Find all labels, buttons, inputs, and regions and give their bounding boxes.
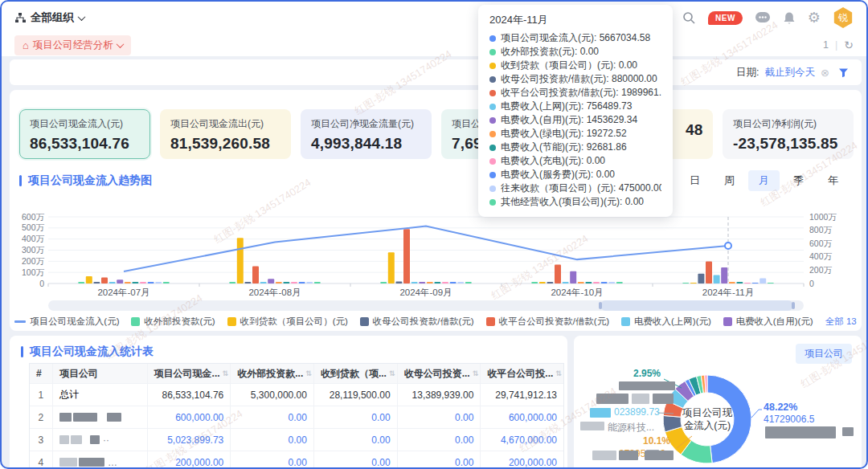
message-icon[interactable] — [755, 11, 771, 24]
legend-item[interactable]: 收母公司投资款/借款(元) — [360, 316, 474, 328]
bar[interactable] — [706, 261, 712, 283]
bar[interactable] — [252, 267, 259, 283]
tab-business-analysis[interactable]: ⌂ 项目公司经营分析 — [14, 35, 131, 55]
bar[interactable] — [125, 282, 131, 283]
datazoom-slider[interactable] — [48, 300, 804, 311]
period-季[interactable]: 季 — [783, 170, 814, 191]
legend-item[interactable]: 收到贷款（项目公司）(元) — [227, 316, 348, 328]
bar[interactable] — [419, 282, 425, 283]
datazoom-handle-left[interactable] — [599, 302, 602, 309]
column-header[interactable]: 收母公司投资...⇅ — [397, 364, 481, 383]
legend-item[interactable]: 电费收入(自用)(元) — [723, 316, 813, 328]
datazoom-window[interactable] — [600, 300, 793, 311]
bar[interactable] — [760, 278, 766, 283]
table-row[interactable]: 4…200,000.000.000.000.00200,000.00 — [30, 451, 563, 469]
bar[interactable] — [283, 282, 289, 283]
bar[interactable] — [570, 271, 576, 283]
bar[interactable] — [601, 282, 608, 283]
period-日[interactable]: 日 — [679, 170, 710, 191]
bar[interactable] — [768, 283, 774, 283]
refresh-icon[interactable]: ↻ — [844, 39, 854, 51]
metric-value[interactable]: 0.00 — [313, 451, 397, 469]
table-row[interactable]: 2600,000.000.000.000.00600,000.00 — [30, 406, 563, 428]
legend-show-all-link[interactable]: 全部 13 — [825, 316, 857, 328]
kpi-card-1[interactable]: 项目公司现金流入(元)86,533,104.76 — [19, 109, 150, 159]
bar[interactable] — [744, 283, 751, 283]
bar[interactable] — [411, 282, 418, 283]
bar[interactable] — [132, 282, 138, 283]
bar[interactable] — [698, 274, 704, 283]
sort-icon[interactable]: ⇅ — [223, 369, 229, 377]
period-月[interactable]: 月 — [748, 170, 780, 191]
bar[interactable] — [721, 267, 727, 283]
bar[interactable] — [291, 282, 297, 283]
bar[interactable] — [78, 282, 84, 283]
search-icon[interactable] — [682, 11, 696, 25]
period-周[interactable]: 周 — [714, 170, 745, 191]
bar[interactable] — [237, 238, 244, 283]
kpi-card-3[interactable]: 项目公司净现金流量(元)4,993,844.18 — [301, 109, 432, 159]
sort-icon[interactable]: ⇅ — [555, 369, 562, 377]
bar[interactable] — [608, 282, 615, 283]
bar[interactable] — [229, 282, 235, 283]
legend-item[interactable]: 项目公司现金流入(元) — [14, 316, 119, 328]
metric-value[interactable]: 0.00 — [313, 429, 397, 451]
table-row[interactable]: 1总计86,533,104.765,300,000.0028,119,500.0… — [30, 383, 563, 406]
metric-value[interactable]: 5,023,899.73 — [147, 429, 231, 451]
datazoom-handle-right[interactable] — [792, 302, 795, 309]
metric-value[interactable]: 0.00 — [397, 406, 481, 428]
bar[interactable] — [388, 252, 395, 283]
bell-icon[interactable] — [783, 11, 796, 25]
bar[interactable] — [578, 282, 584, 283]
bar[interactable] — [403, 229, 410, 283]
legend-item[interactable]: 收外部投资款(元) — [131, 316, 215, 328]
bar[interactable] — [752, 283, 759, 283]
metric-value[interactable]: 0.00 — [313, 406, 397, 428]
bar[interactable] — [117, 279, 123, 283]
gear-icon[interactable]: ⚙ — [808, 10, 821, 25]
kpi-card-6[interactable]: 项目公司净利润(元)-23,578,135.85 — [723, 109, 854, 159]
bar[interactable] — [682, 283, 689, 283]
bar[interactable] — [555, 264, 561, 283]
bar[interactable] — [268, 279, 274, 283]
bar[interactable] — [86, 276, 92, 283]
bar[interactable] — [244, 282, 251, 283]
sort-icon[interactable]: ⇅ — [389, 369, 395, 377]
bar[interactable] — [314, 282, 321, 283]
metric-value[interactable]: 0.00 — [397, 429, 481, 451]
bar[interactable] — [380, 282, 387, 283]
legend-item[interactable]: 收平台公司投资款/借款(元) — [486, 316, 609, 328]
metric-value[interactable]: 0.00 — [230, 429, 313, 451]
bar[interactable] — [531, 282, 538, 283]
bar[interactable] — [547, 282, 553, 283]
bar[interactable] — [616, 282, 623, 283]
bar[interactable] — [714, 275, 720, 283]
bar[interactable] — [148, 282, 154, 283]
metric-value[interactable]: 0.00 — [230, 406, 313, 428]
bar[interactable] — [434, 282, 440, 283]
column-header[interactable]: 收到贷款（项...⇅ — [313, 364, 397, 383]
bar[interactable] — [109, 282, 116, 283]
funnel-icon[interactable] — [838, 67, 849, 78]
bar[interactable] — [395, 282, 402, 283]
legend-item[interactable]: 电费收入(上网)(元) — [621, 316, 711, 328]
table-row[interactable]: 3··5,023,899.730.000.000.004,670,000.00 — [30, 428, 563, 451]
bar[interactable] — [155, 282, 162, 283]
metric-value[interactable]: 4,670,000.00 — [480, 429, 563, 451]
bar[interactable] — [593, 282, 600, 283]
org-selector[interactable]: 全部组织 — [14, 10, 84, 25]
sort-icon[interactable]: ⇅ — [305, 369, 312, 377]
column-header[interactable]: 收外部投资款...⇅ — [230, 364, 313, 383]
bar[interactable] — [442, 282, 448, 283]
date-filter-value[interactable]: 截止到今天 — [765, 66, 816, 80]
bar[interactable] — [101, 277, 108, 283]
metric-value[interactable]: 200,000.00 — [480, 451, 563, 469]
metric-value[interactable]: 0.00 — [230, 451, 313, 469]
kpi-card-2[interactable]: 项目公司现金流出(元)81,539,260.58 — [160, 109, 291, 159]
bar[interactable] — [163, 282, 170, 283]
column-header[interactable]: 收平台公司投...⇅ — [480, 364, 563, 383]
bar[interactable] — [585, 282, 592, 283]
avatar[interactable]: 锐 — [833, 7, 854, 28]
bar[interactable] — [299, 282, 305, 283]
metric-value[interactable]: 600,000.00 — [480, 406, 563, 428]
